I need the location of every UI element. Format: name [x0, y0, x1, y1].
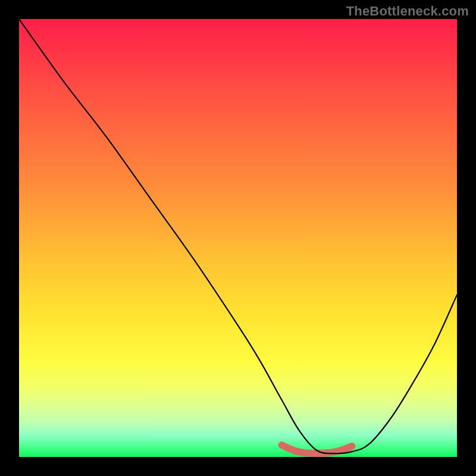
curve-svg	[19, 19, 457, 457]
watermark-text: TheBottleneck.com	[346, 4, 469, 19]
highlight-segment	[282, 445, 352, 453]
plot-area	[19, 19, 457, 457]
chart-frame: TheBottleneck.com	[0, 0, 476, 476]
bottleneck-curve-line	[19, 19, 457, 453]
